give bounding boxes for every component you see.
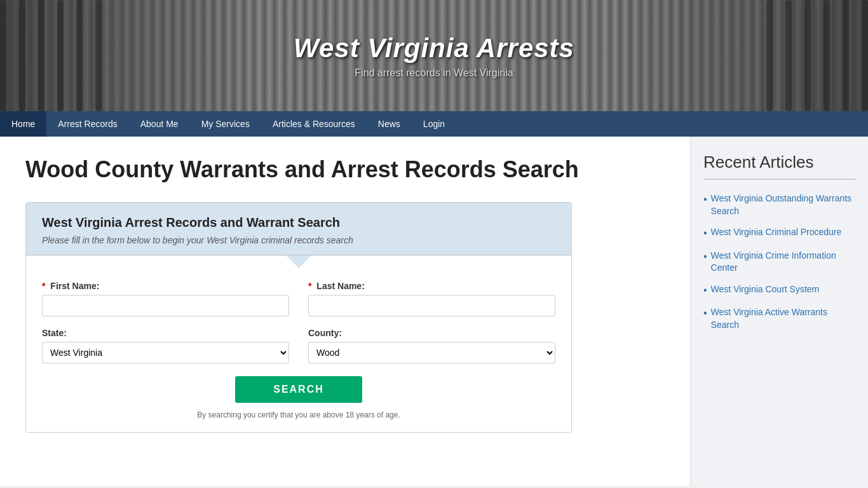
nav-my-services[interactable]: My Services [190, 111, 261, 137]
search-box-subtext: Please fill in the form below to begin y… [42, 235, 555, 245]
article-link-2[interactable]: West Virginia Criminal Procedure [711, 226, 842, 239]
site-title: West Virginia Arrests [294, 33, 574, 64]
recent-articles-list: • West Virginia Outstanding Warrants Sea… [703, 193, 855, 331]
main-nav: Home Arrest Records About Me My Services… [0, 111, 868, 137]
left-bars [0, 0, 102, 111]
hero-text: West Virginia Arrests Find arrest record… [294, 33, 574, 79]
list-item: • West Virginia Outstanding Warrants Sea… [703, 193, 855, 217]
sidebar: Recent Articles • West Virginia Outstand… [690, 137, 868, 486]
content-area: Wood County Warrants and Arrest Records … [0, 137, 690, 486]
county-select[interactable]: Wood [308, 342, 555, 363]
right-bars [766, 0, 868, 111]
search-disclaimer: By searching you certify that you are ab… [42, 410, 555, 419]
list-item: • West Virginia Court System [703, 283, 855, 297]
article-link-1[interactable]: West Virginia Outstanding Warrants Searc… [711, 193, 855, 217]
nav-news[interactable]: News [367, 111, 412, 137]
search-button[interactable]: SEARCH [235, 376, 362, 403]
county-group: County: Wood [308, 328, 555, 363]
bullet-icon: • [703, 193, 707, 207]
list-item: • West Virginia Criminal Procedure [703, 226, 855, 240]
bullet-icon: • [703, 250, 707, 264]
bullet-icon: • [703, 226, 707, 240]
search-box: West Virginia Arrest Records and Warrant… [25, 202, 572, 433]
main-wrapper: Wood County Warrants and Arrest Records … [0, 137, 868, 486]
hero-banner: West Virginia Arrests Find arrest record… [0, 0, 868, 111]
list-item: • West Virginia Active Warrants Search [703, 306, 855, 331]
article-link-3[interactable]: West Virginia Crime Information Center [711, 250, 855, 274]
search-form: * First Name: * Last Name: [26, 268, 571, 432]
bullet-icon: • [703, 306, 707, 320]
search-box-header: West Virginia Arrest Records and Warrant… [26, 203, 571, 255]
search-btn-row: SEARCH [42, 376, 555, 403]
list-item: • West Virginia Crime Information Center [703, 250, 855, 274]
last-name-group: * Last Name: [308, 281, 555, 316]
nav-about-me[interactable]: About Me [129, 111, 190, 137]
state-select[interactable]: West Virginia [42, 342, 289, 363]
first-name-required: * [42, 281, 45, 291]
location-row: State: West Virginia County: Wood [42, 328, 555, 363]
nav-login[interactable]: Login [412, 111, 456, 137]
name-row: * First Name: * Last Name: [42, 281, 555, 316]
nav-home[interactable]: Home [0, 111, 46, 137]
site-subtitle: Find arrest records in West Virginia [294, 67, 574, 79]
first-name-input[interactable] [42, 295, 289, 316]
bullet-icon: • [703, 283, 707, 297]
last-name-label: * Last Name: [308, 281, 555, 291]
nav-arrest-records[interactable]: Arrest Records [46, 111, 128, 137]
last-name-input[interactable] [308, 295, 555, 316]
county-label: County: [308, 328, 555, 338]
first-name-label: * First Name: [42, 281, 289, 291]
article-link-5[interactable]: West Virginia Active Warrants Search [711, 306, 855, 331]
triangle-pointer [286, 255, 311, 268]
last-name-required: * [308, 281, 311, 291]
state-group: State: West Virginia [42, 328, 289, 363]
first-name-group: * First Name: [42, 281, 289, 316]
state-label: State: [42, 328, 289, 338]
nav-articles-resources[interactable]: Articles & Resources [261, 111, 367, 137]
search-box-heading: West Virginia Arrest Records and Warrant… [42, 215, 555, 230]
article-link-4[interactable]: West Virginia Court System [711, 283, 820, 296]
sidebar-title: Recent Articles [703, 152, 855, 180]
page-title: Wood County Warrants and Arrest Records … [25, 156, 665, 183]
